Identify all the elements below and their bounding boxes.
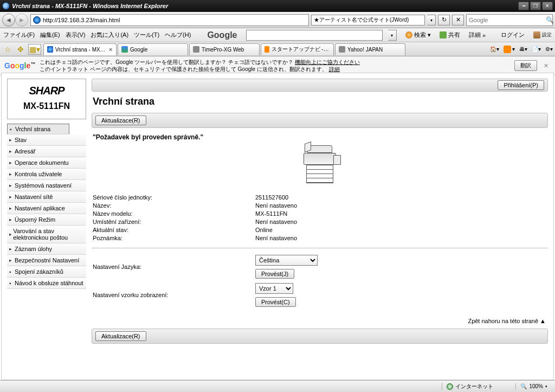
gtb-share-button[interactable]: 共有 [440, 31, 460, 39]
browser-tab[interactable]: TimePro-XG Web [189, 43, 260, 55]
nav-forward-button[interactable]: ► [15, 14, 28, 27]
google-toolbar-search[interactable] [246, 30, 383, 41]
update-button-bottom[interactable]: Aktualizace(R) [95, 331, 146, 341]
home-button[interactable]: 🏠▾ [490, 46, 499, 52]
chevron-right-icon: ▸ [9, 217, 15, 222]
chevron-right-icon: ▸ [9, 171, 15, 177]
gt-close-button[interactable]: ✕ [541, 62, 551, 69]
browser-search-input[interactable] [469, 17, 544, 23]
pattern-label: Nastavení vzorku zobrazení: [93, 292, 255, 298]
info-value: Online [255, 227, 547, 233]
browser-tab[interactable]: Yahoo! JAPAN [335, 43, 405, 55]
chevron-right-icon: ▸ [9, 137, 15, 143]
stop-button[interactable]: ✕ [452, 15, 464, 25]
gt-translate-button[interactable]: 翻訳 [514, 60, 537, 71]
menu-view[interactable]: 表示(V) [66, 31, 86, 39]
browser-search-box[interactable]: 🔍 ▾ [466, 14, 553, 26]
page-title: Vrchní strana [93, 96, 548, 107]
zoom-icon: 🔍 [520, 383, 527, 389]
tab-label: TimePro-XG Web [202, 47, 244, 53]
gt-help-link[interactable]: 機能向上にご協力ください [295, 59, 360, 65]
fav-star-icon[interactable]: ☆ [2, 44, 13, 55]
internet-zone-icon [447, 383, 453, 390]
bullet-icon: ▪ [9, 280, 15, 286]
gtb-login-button[interactable]: ログイン [501, 31, 525, 39]
sidebar-item[interactable]: ▸Kontrola uživatele [7, 169, 86, 180]
page-topbar: Přihlášení(P) [92, 79, 548, 92]
feeds-button[interactable]: ▾ [504, 46, 515, 53]
menu-help[interactable]: ヘルプ(H) [165, 31, 191, 39]
sidebar-item-label: Spojení zákazníků [15, 268, 63, 275]
sidebar-item[interactable]: ▸Adresář [7, 146, 86, 157]
browser-tab[interactable]: スタートアップナビ - POWERE... [261, 43, 334, 55]
info-key: Název modelu: [93, 210, 255, 217]
page-button[interactable]: 📄▾ [532, 46, 541, 52]
browser-tab[interactable]: Vrchní strana - MX-51...✕ [43, 43, 117, 55]
gtb-search-button[interactable]: 検索 ▾ [405, 31, 431, 39]
language-select[interactable]: Čeština [255, 255, 318, 266]
back-to-top-link[interactable]: Zpět nahoru na této straně ▲ [94, 318, 546, 324]
jword-box[interactable]: ★アーティスト名で公式サイト(JWord) [311, 15, 425, 25]
window-close-button[interactable]: ✕ [542, 2, 553, 10]
gt-message: これはチェコ語のページです。Google ツールバーを使用して翻訳しますか？ チ… [40, 59, 510, 73]
tab-close-icon[interactable]: ✕ [108, 47, 113, 53]
fav-add-icon[interactable]: ✥ [15, 44, 26, 55]
tab-label: Yahoo! JAPAN [347, 47, 383, 53]
gtb-detail-button[interactable]: 詳細 » [469, 31, 486, 39]
menu-file[interactable]: ファイル(F) [3, 31, 35, 39]
sidebar-item-label: Návod k obsluze stáhnout [15, 280, 83, 286]
sidebar-item[interactable]: ▪Návod k obsluze stáhnout [7, 278, 86, 289]
info-key: Název: [93, 202, 255, 209]
sidebar-item-label: Varování a stav elektronickou poštou [13, 228, 84, 241]
tools-button[interactable]: ⚙▾ [545, 46, 553, 52]
bullet-icon: ▪ [10, 126, 15, 132]
browser-tab[interactable]: Google [118, 43, 188, 55]
pattern-execute-button[interactable]: Provést(C) [255, 297, 296, 307]
info-value: 2511527600 [255, 194, 547, 201]
url-input[interactable] [43, 17, 306, 23]
gtb-search-dropdown[interactable]: ▾ [388, 30, 397, 41]
language-execute-button[interactable]: Provést(J) [255, 269, 294, 279]
menu-tools[interactable]: ツール(T) [134, 31, 159, 39]
quick-tabs-button[interactable]: ▦▾ [28, 44, 41, 55]
nav-toolbar: ◄ ► ★アーティスト名で公式サイト(JWord) ▾ ↻ ✕ 🔍 ▾ [0, 12, 555, 28]
zoom-dropdown-icon[interactable]: ▾ [545, 384, 547, 389]
status-zoom[interactable]: 🔍 100% ▾ [515, 383, 552, 389]
chevron-right-icon: ▸ [9, 246, 15, 252]
sidebar-item-label: Bezpečnostní Nastavení [15, 257, 79, 264]
sidebar-item[interactable]: ▸Operace dokumentu [7, 157, 86, 169]
sidebar-item[interactable]: ▸Nastavení aplikace [7, 203, 86, 214]
sidebar-item[interactable]: ▪Vrchní strana [7, 124, 69, 134]
refresh-button[interactable]: ↻ [438, 15, 450, 25]
sidebar-item[interactable]: ▸Stav [7, 134, 86, 146]
sidebar-item[interactable]: ▸Úsporný Režim [7, 214, 86, 226]
nav-back-button[interactable]: ◄ [2, 14, 15, 27]
gt-detail-link[interactable]: 詳細 [329, 66, 340, 72]
chevron-right-icon: ▸ [9, 149, 15, 154]
update-button-top[interactable]: Aktualizace(R) [95, 115, 146, 125]
tab-favicon [264, 46, 269, 53]
sidebar-item[interactable]: ▪Spojení zákazníků [7, 266, 86, 278]
pattern-select[interactable]: Vzor 1 [255, 283, 293, 294]
print-button[interactable]: 🖶▾ [519, 46, 527, 52]
jword-dropdown[interactable]: ▾ [427, 15, 436, 25]
sidebar-item[interactable]: ▸Nastavení sítě [7, 191, 86, 203]
sidebar-item[interactable]: ▸Varování a stav elektronickou poštou [7, 226, 86, 243]
gtb-settings-button[interactable]: 設定 [533, 31, 552, 38]
window-maximize-button[interactable]: ❐ [530, 2, 541, 10]
sidebar-item[interactable]: ▸Bezpečnostní Nastavení [7, 255, 86, 266]
sidebar-item-label: Adresář [15, 148, 36, 155]
info-value: Není nastaveno [255, 219, 547, 225]
google-toolbar-brand: Google [207, 30, 237, 40]
login-button[interactable]: Přihlášení(P) [498, 80, 544, 90]
tab-favicon [47, 46, 53, 53]
chevron-right-icon: ▸ [9, 160, 15, 165]
address-bar[interactable] [30, 14, 309, 26]
window-minimize-button[interactable]: ━ [518, 2, 529, 10]
search-icon[interactable]: 🔍 [546, 16, 554, 24]
menu-favorites[interactable]: お気に入り(A) [91, 31, 128, 39]
sidebar-item[interactable]: ▸Systémová nastavení [7, 180, 86, 191]
sidebar-item[interactable]: ▸Záznam úlohy [7, 243, 86, 255]
menu-edit[interactable]: 編集(E) [40, 31, 60, 39]
sidebar-item-label: Úsporný Režim [15, 216, 55, 223]
